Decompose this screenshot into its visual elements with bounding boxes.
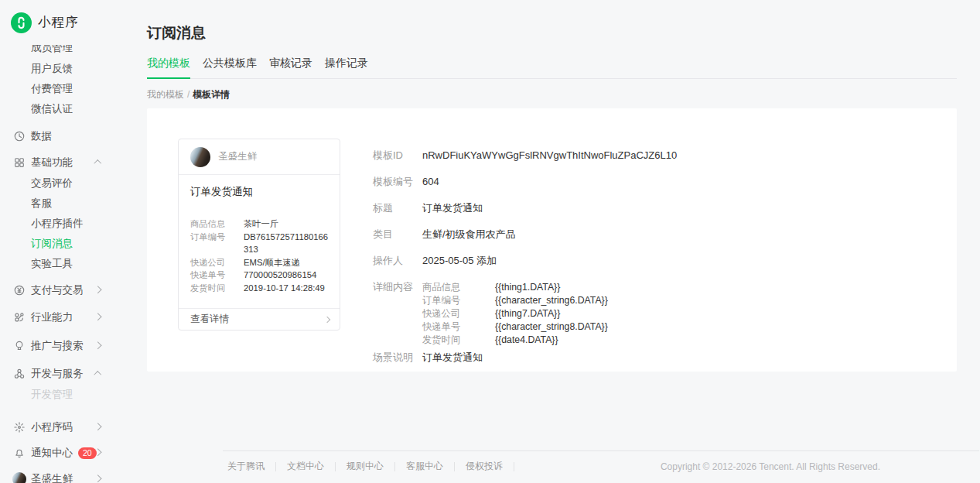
content-field-row: 快递公司 {{thing7.DATA}}: [422, 307, 608, 320]
detail-row-content: 详细内容 商品信息 {{thing1.DATA}} 订单编号 {{charact…: [373, 281, 914, 347]
notification-count-badge: 20: [78, 447, 97, 459]
tab-review-records[interactable]: 审核记录: [269, 57, 312, 78]
sidebar-item-label: 圣盛生鲜: [31, 472, 73, 483]
sidebar-item-dev-management[interactable]: 开发管理: [0, 385, 139, 405]
sidebar-item-dev-services[interactable]: 开发与服务: [0, 364, 139, 384]
sidebar-item-miniprogram-plugins[interactable]: 小程序插件: [0, 214, 139, 234]
sidebar-item-experiment-tools[interactable]: 实验工具: [0, 254, 139, 274]
sidebar-item-label: 开发管理: [31, 388, 73, 402]
footer-link-doc-center[interactable]: 文档中心: [287, 460, 324, 473]
breadcrumb: 我的模板/模板详情: [147, 88, 957, 101]
detail-row-template-id: 模板ID nRwDFiuKYaWYwGgFslRNVgwThItNwoFluZP…: [373, 149, 914, 162]
tab-public-template-library[interactable]: 公共模板库: [203, 57, 257, 78]
detail-row-template-number: 模板编号 604: [373, 176, 914, 188]
sidebar-item-label: 支付与交易: [31, 283, 84, 297]
sidebar-item-payment-management[interactable]: 付费管理: [0, 79, 139, 99]
detail-row-title: 标题 订单发货通知: [373, 202, 914, 214]
app-title: 小程序: [38, 14, 79, 31]
sidebar-item-payment-trade[interactable]: 支付与交易: [0, 280, 139, 300]
footer-link-service-center[interactable]: 客服中心: [406, 460, 443, 473]
chevron-right-icon[interactable]: [94, 423, 101, 430]
account-avatar: [190, 147, 210, 167]
footer-link-about-tencent[interactable]: 关于腾讯: [227, 460, 265, 473]
detail-row-category: 类目 生鲜/初级食用农产品: [373, 228, 914, 241]
view-detail-button[interactable]: 查看详情: [179, 308, 340, 330]
page-title: 订阅消息: [147, 0, 957, 43]
sidebar-item-wechat-verification[interactable]: 微信认证: [0, 99, 139, 119]
sidebar-item-label: 付费管理: [31, 82, 73, 96]
preview-field-row: 订单编号 DB761572571180166313: [190, 231, 329, 256]
sidebar-item-user-feedback[interactable]: 用户反馈: [0, 59, 139, 79]
sidebar-item-industry-ability[interactable]: 行业能力: [0, 307, 139, 327]
breadcrumb-current: 模板详情: [193, 89, 230, 100]
content-field-row: 快递单号 {{character_string8.DATA}}: [422, 320, 608, 334]
chevron-right-icon[interactable]: [94, 342, 101, 349]
preview-field-row: 发货时间 2019-10-17 14:28:49: [190, 282, 329, 295]
sidebar-item-label: 通知中心: [31, 446, 73, 460]
preview-card-body: 订单发货通知 商品信息 茶叶一斤 订单编号 DB7615725711801663…: [179, 175, 340, 294]
account-name: 圣盛生鲜: [218, 150, 257, 163]
detail-row-scene-description: 场景说明 订单发货通知: [373, 351, 914, 364]
sidebar-item-label: 基础功能: [31, 156, 73, 170]
preview-field-row: 快递公司 EMS/顺丰速递: [190, 256, 329, 269]
sidebar-item-label: 实验工具: [31, 257, 73, 271]
sidebar-item-subscribe-message[interactable]: 订阅消息: [0, 234, 139, 254]
sidebar-item-label: 数据: [31, 129, 52, 143]
sidebar-item-notification-center[interactable]: 通知中心 20: [0, 443, 139, 463]
chevron-right-icon[interactable]: [94, 475, 101, 482]
footer-link-rule-center[interactable]: 规则中心: [347, 460, 384, 473]
miniprogram-logo-icon: [11, 12, 32, 33]
sidebar-item-promotion-search[interactable]: 推广与搜索: [0, 336, 139, 356]
sidebar-item-customer-service[interactable]: 客服: [0, 194, 139, 214]
sidebar-item-label: 客服: [31, 197, 52, 211]
tab-operation-records[interactable]: 操作记录: [325, 57, 368, 78]
sidebar-item-label: 推广与搜索: [31, 339, 84, 353]
message-preview-card: 圣盛生鲜 订单发货通知 商品信息 茶叶一斤 订单编号 DB76157257118…: [178, 139, 340, 331]
content-field-row: 发货时间 {{date4.DATA}}: [422, 334, 608, 347]
footer-divider: [514, 462, 514, 471]
account-avatar: [12, 472, 26, 483]
chevron-right-icon[interactable]: [94, 313, 101, 320]
template-detail-panel: 圣盛生鲜 订单发货通知 商品信息 茶叶一斤 订单编号 DB76157257118…: [147, 108, 957, 372]
content-field-row: 订单编号 {{character_string6.DATA}}: [422, 294, 608, 307]
sidebar-item-basic-functions[interactable]: 基础功能: [0, 152, 139, 173]
footer-divider: [394, 462, 395, 471]
sidebar-item-label: 订阅消息: [31, 237, 73, 251]
sidebar-nav: 成员管理 用户反馈 付费管理 微信认证 数据 基础功能 交易评价: [0, 38, 139, 483]
sidebar-item-label: 小程序码: [31, 420, 73, 434]
grid-icon: [13, 156, 26, 169]
detail-row-operator: 操作人 2025-05-05 添加: [373, 255, 914, 267]
preview-message-title: 订单发货通知: [190, 185, 329, 199]
services-icon: [13, 368, 26, 380]
sidebar-item-account[interactable]: 圣盛生鲜: [0, 469, 139, 483]
sidebar-item-label: 小程序插件: [31, 217, 84, 231]
chevron-up-icon[interactable]: [94, 160, 101, 167]
main-content: 订阅消息 我的模板 公共模板库 审核记录 操作记录 我的模板/模板详情 圣盛生鲜…: [147, 0, 957, 372]
sidebar-item-miniprogram-code[interactable]: 小程序码: [0, 417, 139, 437]
preview-card-header: 圣盛生鲜: [179, 139, 340, 175]
preview-field-row: 快递单号 770000520986154: [190, 269, 329, 282]
bell-icon: [13, 447, 26, 459]
sidebar-header: 小程序: [0, 0, 139, 45]
tab-my-templates[interactable]: 我的模板: [147, 57, 190, 79]
sidebar: 成员管理 用户反馈 付费管理 微信认证 数据 基础功能 交易评价: [0, 0, 139, 483]
breadcrumb-parent[interactable]: 我的模板: [147, 89, 184, 100]
chevron-right-icon: [324, 316, 330, 322]
sidebar-item-data[interactable]: 数据: [0, 126, 139, 146]
clock-icon: [13, 130, 26, 142]
sidebar-item-label: 开发与服务: [31, 367, 84, 381]
footer-divider: [454, 462, 455, 471]
chevron-up-icon[interactable]: [94, 372, 101, 379]
copyright-text: Copyright © 2012-2026 Tencent. All Right…: [661, 461, 880, 472]
tab-bar: 我的模板 公共模板库 审核记录 操作记录: [147, 57, 957, 79]
sidebar-item-trade-review[interactable]: 交易评价: [0, 173, 139, 194]
sidebar-item-label: 微信认证: [31, 102, 73, 116]
page-footer: 关于腾讯 文档中心 规则中心 客服中心 侵权投诉 Copyright © 201…: [223, 450, 979, 473]
miniprogram-code-icon: [13, 421, 26, 433]
footer-divider: [275, 462, 276, 471]
preview-field-row: 商品信息 茶叶一斤: [190, 218, 329, 231]
nodes-icon: [13, 311, 26, 324]
chevron-right-icon[interactable]: [94, 286, 101, 293]
footer-link-infringement-complaint[interactable]: 侵权投诉: [466, 460, 503, 473]
footer-links: 关于腾讯 文档中心 规则中心 客服中心 侵权投诉: [223, 460, 514, 473]
